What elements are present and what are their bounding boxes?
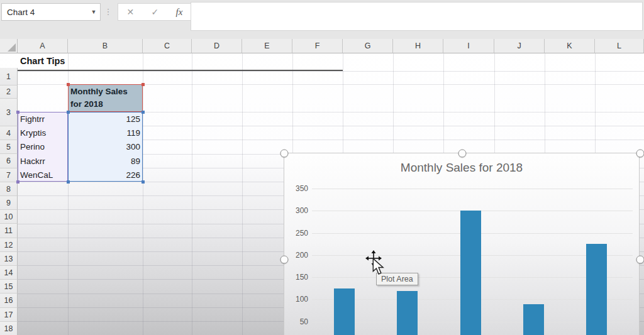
row-header-18[interactable]: 18 <box>0 322 18 335</box>
value-range-corner-handle[interactable] <box>142 111 145 114</box>
y-axis-tick-label: 50 <box>286 317 308 326</box>
column-header-A[interactable]: A <box>18 39 68 53</box>
insert-function-icon[interactable]: fx <box>176 7 183 18</box>
cell-value-Kryptis[interactable]: 119 <box>69 126 140 140</box>
cell-label-Hackrr[interactable]: Hackrr <box>20 154 45 168</box>
row-header-13[interactable]: 13 <box>0 252 18 266</box>
mouse-cursor-icon <box>372 258 385 278</box>
gridline <box>18 71 644 72</box>
cancel-icon[interactable]: ✕ <box>127 7 135 17</box>
row-header-2[interactable]: 2 <box>0 85 18 99</box>
row-header-14[interactable]: 14 <box>0 266 18 280</box>
formula-toolbar: Chart 4 ▼ ⋮ ✕ ✓ fx <box>0 0 644 39</box>
column-header-G[interactable]: G <box>343 39 393 53</box>
cell-value-Perino[interactable]: 300 <box>69 140 140 154</box>
series-name-range-corner-handle[interactable] <box>142 83 145 86</box>
row-header-1[interactable]: 1 <box>0 68 18 85</box>
column-header-L[interactable]: L <box>595 39 644 53</box>
resize-handle-top-center[interactable] <box>458 150 467 158</box>
row-headers: 12345678910111213141516171819 <box>0 39 18 335</box>
y-axis-tick-label: 300 <box>286 206 308 215</box>
select-all-corner[interactable] <box>0 39 18 53</box>
cell-label-WenCaL[interactable]: WenCaL <box>20 168 53 182</box>
value-range-corner-handle[interactable] <box>142 180 145 184</box>
row-header-7[interactable]: 7 <box>0 168 18 182</box>
cell-value-Fightrr[interactable]: 125 <box>69 112 140 126</box>
row-header-10[interactable]: 10 <box>0 210 18 224</box>
gridline <box>192 53 192 335</box>
row-header-9[interactable]: 9 <box>0 196 18 210</box>
row-header-15[interactable]: 15 <box>0 280 18 294</box>
row-header-3[interactable]: 3 <box>0 99 18 126</box>
y-axis-tick-label: 250 <box>286 229 308 238</box>
name-box-dropdown-icon[interactable]: ▼ <box>87 3 101 21</box>
y-axis-tick-label: 100 <box>286 295 308 304</box>
row-header-16[interactable]: 16 <box>0 294 18 308</box>
bar-WenCaL[interactable] <box>586 244 607 335</box>
column-header-I[interactable]: I <box>443 39 494 53</box>
y-gridline <box>312 189 633 189</box>
enter-icon[interactable]: ✓ <box>152 7 159 17</box>
cell-label-Fightrr[interactable]: Fightrr <box>20 112 45 126</box>
row-header-8[interactable]: 8 <box>0 182 18 196</box>
bar-Perino[interactable] <box>460 211 481 335</box>
column-header-B[interactable]: B <box>68 39 143 53</box>
cell-a1-chart-tips[interactable]: Chart Tips <box>20 56 65 66</box>
resize-handle-middle-right[interactable] <box>636 255 644 263</box>
column-header-D[interactable]: D <box>192 39 242 53</box>
bar-Hackrr[interactable] <box>523 304 544 335</box>
column-header-J[interactable]: J <box>494 39 545 53</box>
column-header-F[interactable]: F <box>292 39 343 53</box>
column-header-H[interactable]: H <box>393 39 443 53</box>
cell-value-Hackrr[interactable]: 89 <box>69 154 140 168</box>
column-headers: ABCDEFGHIJKL <box>0 39 644 53</box>
spreadsheet-grid[interactable]: ABCDEFGHIJKL 123456789101112131415161718… <box>0 39 644 335</box>
name-box[interactable]: Chart 4 <box>1 3 101 21</box>
gridline <box>242 53 243 335</box>
column-header-K[interactable]: K <box>545 39 595 53</box>
bar-Kryptis[interactable] <box>397 291 418 335</box>
y-axis-tick-label: 200 <box>286 251 308 260</box>
column-header-E[interactable]: E <box>242 39 292 53</box>
formula-buttons: ✕ ✓ fx <box>118 3 192 21</box>
cell-label-Kryptis[interactable]: Kryptis <box>20 126 46 140</box>
category-range-corner-handle[interactable] <box>16 180 19 184</box>
series-name-range-corner-handle[interactable] <box>67 83 70 86</box>
more-options-icon: ⋮ <box>103 3 113 21</box>
cell-b3-series-header[interactable]: Monthly Sales for 2018 <box>70 85 140 111</box>
heading-underline <box>18 70 343 71</box>
row-header-5[interactable]: 5 <box>0 140 18 154</box>
cell-label-Perino[interactable]: Perino <box>20 140 45 154</box>
resize-handle-middle-left[interactable] <box>280 255 289 263</box>
column-header-C[interactable]: C <box>143 39 192 53</box>
chart-title[interactable]: Monthly Sales for 2018 <box>284 161 639 175</box>
category-range-corner-handle[interactable] <box>16 111 19 114</box>
row-header-6[interactable]: 6 <box>0 154 18 168</box>
formula-bar-input[interactable] <box>191 2 643 31</box>
row-header-12[interactable]: 12 <box>0 238 18 252</box>
bar-Fightrr[interactable] <box>334 288 355 335</box>
row-header-11[interactable]: 11 <box>0 224 18 238</box>
resize-handle-top-right[interactable] <box>636 150 644 158</box>
y-axis-tick-label: 350 <box>286 184 308 193</box>
resize-handle-top-left[interactable] <box>280 150 289 158</box>
gridline <box>143 53 143 335</box>
y-axis-tick-label: 150 <box>286 273 308 282</box>
cell-value-WenCaL[interactable]: 226 <box>69 168 140 182</box>
chart[interactable]: Monthly Sales for 2018 35030025020015010… <box>284 153 640 335</box>
row-header-4[interactable]: 4 <box>0 126 18 140</box>
row-header-17[interactable]: 17 <box>0 308 18 322</box>
select-all-triangle-icon <box>8 43 16 52</box>
